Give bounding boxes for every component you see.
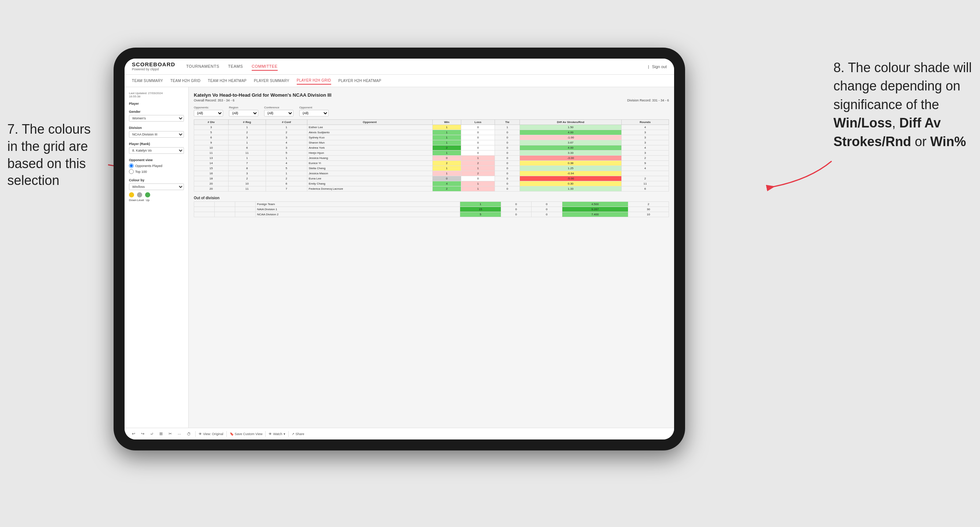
player-rank-label: Player (Rank) — [129, 142, 184, 146]
cell-conf: 7 — [266, 186, 307, 192]
timer-btn[interactable]: ⏱ — [185, 432, 192, 437]
view-original-btn[interactable]: 👁 View: Original — [199, 432, 223, 436]
annotation-sep-2: or — [911, 134, 930, 149]
cell-rounds: 3 — [621, 135, 668, 140]
cell-div: 3 — [194, 125, 229, 130]
cell-win: 0 — [432, 176, 461, 181]
undo-btn[interactable]: ↩ — [130, 431, 137, 437]
table-row: 10 6 3 Andrea York 2 0 0 4.00 4 — [194, 145, 669, 151]
refresh-btn[interactable]: ⤾ — [149, 431, 155, 437]
cell-loss: 0 — [461, 125, 495, 130]
cell-reg: 7 — [228, 161, 266, 166]
cell-conf: 5 — [266, 151, 307, 156]
table-row: 3 1 1 Esther Lee 1 0 1 1.50 4 — [194, 125, 669, 130]
tablet-screen: SCOREBOARD Powered by clippd TOURNAMENTS… — [124, 59, 674, 440]
separator: | — [648, 65, 649, 69]
redo-btn[interactable]: ↪ — [140, 431, 146, 437]
cell-tie: 0 — [531, 202, 562, 207]
cell-loss: 2 — [461, 161, 495, 166]
radio-opponents-played[interactable]: Opponents Played — [129, 163, 184, 168]
grid-content: Katelyn Vo Head-to-Head Grid for Women's… — [189, 87, 674, 428]
filter-conference-select[interactable]: (All) — [264, 110, 293, 116]
cell-tie: 0 — [495, 166, 520, 171]
filter-opponent-label: Opponent — [299, 106, 329, 109]
cell-div: 5 — [194, 130, 229, 135]
watch-btn[interactable]: 👁 Watch ▾ — [269, 432, 285, 436]
filter-region-select[interactable]: (All) — [229, 110, 258, 116]
cell-opponent: Sydney Kuo — [307, 135, 432, 140]
share-btn[interactable]: ↗ Share — [292, 432, 304, 436]
cell-tie: 0 — [495, 176, 520, 181]
bottom-toolbar: ↩ ↪ ⤾ ⊞ ✂ ··· ⏱ 👁 View: Original 🔖 Save … — [124, 428, 674, 440]
toolbar-divider-1 — [195, 431, 196, 437]
radio-top-100-label: Top 100 — [135, 170, 147, 174]
nav-committee[interactable]: COMMITTEE — [252, 63, 278, 71]
radio-top-100[interactable]: Top 100 — [129, 169, 184, 174]
cell-rounds: 3 — [621, 140, 668, 145]
cell-div — [194, 207, 215, 212]
subnav-team-h2h-grid[interactable]: TEAM H2H GRID — [170, 77, 200, 84]
cell-tie: 0 — [495, 171, 520, 176]
annotation-bold-3: Win% — [930, 134, 966, 149]
player-rank-select[interactable]: 8. Katelyn Vo — [129, 147, 184, 154]
opponent-view-label: Opponent view — [129, 158, 184, 162]
cell-div: 6 — [194, 135, 229, 140]
col-diff-av: Diff Av Strokes/Rnd — [520, 120, 622, 125]
cell-diff-av: 9.267 — [562, 207, 628, 212]
cell-win: 1 — [432, 166, 461, 171]
cell-rounds: 9 — [621, 161, 668, 166]
arrow-right — [744, 157, 835, 202]
cell-diff-av: -3.00 — [520, 156, 622, 161]
eye-icon: 👁 — [199, 432, 202, 436]
filter-opponents-select[interactable]: (All) — [194, 110, 223, 116]
grid-records: Overall Record: 353 - 34 - 6 Division Re… — [194, 98, 669, 102]
cell-tie: 1 — [495, 125, 520, 130]
cell-loss: 1 — [461, 166, 495, 171]
cell-diff-av: 4.00 — [520, 130, 622, 135]
cell-diff-av: 0.38 — [520, 161, 622, 166]
cell-reg: 1 — [228, 140, 266, 145]
cell-tie: 0 — [531, 212, 562, 217]
cell-conf: 1 — [266, 171, 307, 176]
division-label: Division — [129, 126, 184, 130]
subnav-team-summary[interactable]: TEAM SUMMARY — [132, 77, 163, 84]
division-select[interactable]: NCAA Division III NCAA Division I NCAA D… — [129, 131, 184, 138]
sign-out-link[interactable]: Sign out — [652, 65, 667, 69]
nav-tournaments[interactable]: TOURNAMENTS — [186, 63, 219, 71]
nav-teams[interactable]: TEAMS — [228, 63, 243, 71]
cut-btn[interactable]: ✂ — [167, 431, 173, 437]
cell-diff-av: 7.400 — [562, 212, 628, 217]
gender-select[interactable]: Women's Men's — [129, 115, 184, 122]
subnav-team-h2h-heatmap[interactable]: TEAM H2H HEATMAP — [208, 77, 247, 84]
cell-div: 14 — [194, 161, 229, 166]
cell-conf: 4 — [266, 161, 307, 166]
subnav-player-h2h-heatmap[interactable]: PLAYER H2H HEATMAP — [339, 77, 381, 84]
legend-level-label: Level — [137, 198, 142, 202]
colour-by-select[interactable]: Win/loss Diff Av Strokes/Rnd Win% — [129, 184, 184, 190]
col-opponent: Opponent — [307, 120, 432, 125]
save-custom-btn[interactable]: 🔖 Save Custom View — [230, 432, 262, 436]
cell-rounds: 4 — [621, 145, 668, 151]
cell-opponent: Alexis Sudjianto — [307, 130, 432, 135]
grid-btn[interactable]: ⊞ — [158, 431, 164, 437]
cell-conf — [235, 207, 255, 212]
col-conf: # Conf — [266, 120, 307, 125]
subnav-player-h2h-grid[interactable]: PLAYER H2H GRID — [297, 77, 331, 84]
filters-row: Opponents: (All) Region (All) Conference — [194, 106, 669, 116]
cell-opponent: Jessica Huang — [307, 156, 432, 161]
cell-loss: 1 — [461, 186, 495, 192]
toolbar-divider-2 — [226, 431, 227, 437]
cell-win: 0 — [432, 156, 461, 161]
cell-opponent: Emily Chang — [307, 181, 432, 186]
cell-tie: 0 — [495, 135, 520, 140]
cell-reg: 3 — [228, 135, 266, 140]
col-rounds: Rounds — [621, 120, 668, 125]
menu-btn[interactable]: ··· — [176, 432, 183, 437]
cell-div: 18 — [194, 176, 229, 181]
filter-opponent-select[interactable]: (All) — [299, 110, 329, 116]
subnav-player-summary[interactable]: PLAYER SUMMARY — [254, 77, 290, 84]
view-original-label: View: Original — [203, 432, 223, 436]
annotation-bold-1: Win/Loss — [834, 115, 892, 130]
cell-reg: 11 — [228, 186, 266, 192]
table-row: 11 11 5 Heejo Hyun 1 0 0 3.33 3 — [194, 151, 669, 156]
